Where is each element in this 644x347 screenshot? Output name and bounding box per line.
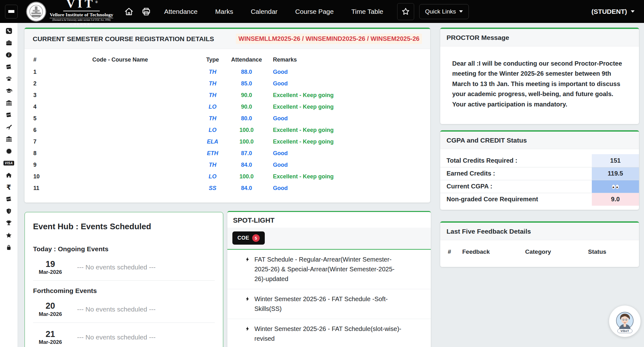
event-day: 19 — [33, 259, 68, 269]
course-sno: 11 — [25, 182, 43, 194]
eyes-icon — [612, 185, 619, 189]
nav-item-calendar[interactable]: Calendar — [251, 8, 277, 15]
course-type: TH — [197, 89, 228, 101]
course-registration-table: # Code - Course Name Type Attendance Rem… — [25, 53, 430, 194]
course-name — [43, 171, 197, 182]
briefcase-icon — [5, 39, 13, 46]
sidebar-item-academics[interactable] — [0, 61, 18, 73]
sidebar-item-achievements[interactable] — [0, 145, 18, 157]
quick-links-dropdown[interactable]: Quick Links — [419, 4, 469, 19]
proctor-message-card: PROCTOR Message Dear all :I will be cond… — [440, 28, 639, 124]
spotlight-item[interactable]: FAT Schedule - Regular-Arrear(Winter Sem… — [227, 250, 431, 289]
feedback-column-feedback: Feedback — [462, 248, 525, 255]
spotlight-item[interactable]: Winter Semester 2025-26 - FAT Schedule -… — [227, 289, 431, 319]
no-events-text: --- No events scheduled --- — [77, 263, 156, 271]
course-name — [43, 124, 197, 136]
sidebar-item-info[interactable]: i — [0, 49, 18, 61]
course-name — [43, 89, 197, 101]
sidebar-item-sports[interactable] — [0, 217, 18, 229]
course-type: TH — [197, 66, 228, 78]
sidebar-item-placements[interactable] — [0, 37, 18, 49]
chatbot-label: VIboT — [617, 329, 632, 333]
spotlight-tabs: COE 5 — [227, 228, 431, 250]
cgpa-row: Non-graded Core Requirement 9.0 — [440, 193, 639, 206]
course-remarks: Excellent - Keep going — [265, 101, 430, 113]
vit-full-name: Vellore Institute of Technology — [50, 12, 113, 18]
feedback-details-card: Last Five Feedback Details # Feedback Ca… — [440, 221, 639, 267]
event-day: 20 — [33, 301, 68, 311]
nav-item-course-page[interactable]: Course Page — [295, 8, 334, 15]
course-remarks: Good — [265, 182, 430, 194]
caret-down-icon — [459, 10, 463, 13]
column-header-remarks: Remarks — [265, 53, 430, 66]
sidebar-item-security[interactable] — [0, 205, 18, 217]
course-remarks: Excellent - Keep going — [265, 136, 430, 148]
course-row: 9 TH 84.0 Good — [25, 159, 430, 171]
lock-icon — [5, 244, 12, 251]
nav-item-time-table[interactable]: Time Table — [351, 8, 383, 15]
favourites-button[interactable] — [397, 3, 414, 20]
event-row: 20 Mar-2026 --- No events scheduled --- — [33, 295, 215, 323]
course-row: 7 ELA 100.0 Excellent - Keep going — [25, 136, 430, 148]
sidebar-item-favourites[interactable] — [0, 229, 18, 241]
sidebar-item-fees[interactable]: ₹ — [0, 181, 18, 193]
vibot-chatbot-button[interactable]: VIboT — [609, 306, 641, 337]
sidebar-item-courses[interactable] — [0, 109, 18, 121]
rupee-icon: ₹ — [6, 183, 11, 191]
info-icon: i — [5, 52, 13, 58]
cgpa-row-label: Total Credits Required : — [440, 154, 592, 167]
lightning-bolt-icon — [245, 326, 250, 332]
cgpa-row: Total Credits Required : 151 — [440, 154, 639, 167]
trophy-icon — [5, 220, 13, 227]
course-sno: 6 — [25, 124, 43, 136]
event-month-year: Mar-2026 — [33, 269, 68, 275]
today-events-heading: Today : Ongoing Events — [33, 245, 215, 253]
sidebar-item-payments-card[interactable]: VISA — [0, 157, 18, 169]
sidebar-item-campus[interactable] — [0, 133, 18, 145]
column-header-type: Type — [197, 53, 228, 66]
cgpa-row-label: Non-graded Core Requirement — [440, 193, 592, 206]
journal-icon — [5, 196, 13, 203]
home-button[interactable] — [124, 7, 134, 17]
column-header-sno: # — [25, 53, 43, 66]
current-cgpa-hidden-value[interactable] — [592, 180, 639, 193]
course-sno: 9 — [25, 159, 43, 171]
course-row: 5 TH 80.0 Good — [25, 113, 430, 124]
vtop-student-portal: VIT® Vellore Institute of Technology (De… — [0, 0, 644, 347]
spotlight-card: SPOT-LIGHT COE 5 FAT Schedule - Regular-… — [227, 211, 431, 347]
sidebar-item-programs[interactable] — [0, 85, 18, 97]
course-type: LO — [197, 101, 228, 113]
sidebar-item-leave-outing[interactable] — [0, 121, 18, 133]
user-account-dropdown[interactable]: (STUDENT) — [591, 8, 635, 15]
course-registration-title: CURRENT SEMESTER COURSE REGISTRATION DET… — [33, 35, 214, 43]
printer-icon — [141, 6, 152, 17]
tab-coe[interactable]: COE 5 — [232, 231, 265, 245]
course-sno: 8 — [25, 148, 43, 159]
nav-item-attendance[interactable]: Attendance — [164, 8, 197, 15]
sidebar-item-library[interactable] — [0, 193, 18, 205]
spotlight-item[interactable]: Winter Semester 2025-26 - FAT Schedule(s… — [227, 319, 431, 347]
cgpa-row-label: Current CGPA : — [440, 180, 592, 193]
course-name — [43, 148, 197, 159]
sidebar-item-institution[interactable] — [0, 97, 18, 109]
sidebar-item-animal-welfare[interactable] — [0, 73, 18, 85]
vit-seal-logo — [26, 1, 47, 22]
column-header-course: Code - Course Name — [43, 53, 197, 66]
course-attendance: 100.0 — [228, 136, 265, 148]
course-name — [43, 78, 197, 89]
caret-down-icon — [631, 10, 635, 13]
course-name — [43, 159, 197, 171]
event-date: 21 Mar-2026 — [33, 329, 68, 345]
course-name — [43, 66, 197, 78]
sidebar-item-hostel[interactable] — [0, 169, 18, 181]
print-button[interactable] — [141, 6, 152, 17]
nav-item-marks[interactable]: Marks — [215, 8, 233, 15]
menu-icon — [8, 10, 14, 13]
course-remarks: Good — [265, 113, 430, 124]
sidebar-item-privacy[interactable] — [0, 241, 18, 253]
sidebar-item-contact[interactable] — [0, 25, 18, 37]
course-attendance: 84.0 — [228, 159, 265, 171]
hamburger-menu-button[interactable] — [5, 5, 18, 19]
spotlight-item-text: Winter Semester 2025-26 - FAT Schedule -… — [254, 294, 405, 314]
event-hub-title: Event Hub : Events Scheduled — [33, 222, 215, 231]
